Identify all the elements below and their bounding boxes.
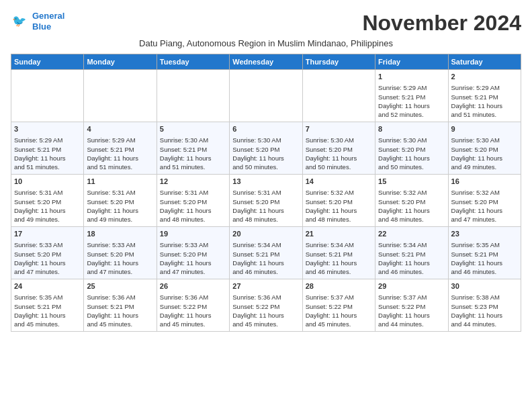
day-info: and 46 minutes. <box>306 267 372 276</box>
week-row-3: 10Sunrise: 5:31 AMSunset: 5:20 PMDayligh… <box>11 175 521 227</box>
day-number: 18 <box>87 229 153 239</box>
day-info: and 51 minutes. <box>451 110 518 119</box>
day-number: 9 <box>451 124 518 134</box>
day-number: 20 <box>232 229 299 239</box>
day-cell-11: 11Sunrise: 5:31 AMSunset: 5:20 PMDayligh… <box>84 175 157 227</box>
svg-text:🐦: 🐦 <box>12 13 27 28</box>
day-info: Sunrise: 5:31 AM <box>232 188 299 197</box>
day-info: Daylight: 11 hours <box>378 154 445 163</box>
day-info: Sunset: 5:20 PM <box>306 145 372 154</box>
day-number: 17 <box>14 229 81 239</box>
day-info: Sunrise: 5:37 AM <box>306 293 372 302</box>
day-info: Daylight: 11 hours <box>14 259 81 267</box>
day-info: Sunrise: 5:29 AM <box>451 83 518 92</box>
day-info: and 50 minutes. <box>232 163 299 171</box>
day-info: and 49 minutes. <box>14 215 81 224</box>
day-number: 4 <box>87 124 153 134</box>
day-info: Daylight: 11 hours <box>378 311 445 320</box>
day-info: and 45 minutes. <box>306 320 372 328</box>
day-info: Sunrise: 5:29 AM <box>14 136 81 144</box>
day-info: Sunset: 5:20 PM <box>451 197 518 206</box>
day-info: Daylight: 11 hours <box>451 259 518 267</box>
day-info: Daylight: 11 hours <box>451 311 518 320</box>
day-info: and 48 minutes. <box>378 215 445 224</box>
day-info: Daylight: 11 hours <box>87 154 153 163</box>
day-info: Sunrise: 5:32 AM <box>306 188 372 197</box>
day-number: 29 <box>378 281 445 291</box>
day-info: Daylight: 11 hours <box>87 259 153 267</box>
day-number: 6 <box>232 124 299 134</box>
day-number: 2 <box>451 72 518 82</box>
day-info: Daylight: 11 hours <box>378 101 445 110</box>
day-cell-14: 14Sunrise: 5:32 AMSunset: 5:20 PMDayligh… <box>302 175 375 227</box>
day-info: Sunset: 5:21 PM <box>160 145 226 154</box>
day-info: and 46 minutes. <box>232 267 299 276</box>
day-number: 19 <box>160 229 226 239</box>
day-cell-13: 13Sunrise: 5:31 AMSunset: 5:20 PMDayligh… <box>230 175 302 227</box>
page-header: 🐦 General Blue November 2024 <box>11 11 521 36</box>
day-info: Sunrise: 5:36 AM <box>232 293 299 302</box>
day-cell-8: 8Sunrise: 5:30 AMSunset: 5:20 PMDaylight… <box>375 122 448 175</box>
day-info: Daylight: 11 hours <box>306 154 372 163</box>
day-number: 11 <box>87 177 153 187</box>
day-info: Sunset: 5:21 PM <box>378 250 445 259</box>
day-info: Sunset: 5:21 PM <box>14 145 81 154</box>
day-info: Sunset: 5:21 PM <box>232 250 299 259</box>
day-info: Sunset: 5:20 PM <box>232 197 299 206</box>
day-info: Sunrise: 5:34 AM <box>306 240 372 249</box>
day-info: Daylight: 11 hours <box>306 206 372 215</box>
day-info: and 47 minutes. <box>87 267 153 276</box>
day-info: Sunset: 5:21 PM <box>378 93 445 101</box>
day-cell-4: 4Sunrise: 5:29 AMSunset: 5:21 PMDaylight… <box>84 122 157 175</box>
day-info: Sunrise: 5:36 AM <box>160 293 226 302</box>
empty-cell <box>157 70 229 122</box>
day-info: Daylight: 11 hours <box>14 311 81 320</box>
day-info: Sunrise: 5:32 AM <box>451 188 518 197</box>
day-cell-2: 2Sunrise: 5:29 AMSunset: 5:21 PMDaylight… <box>448 70 521 122</box>
day-info: Sunset: 5:20 PM <box>160 250 226 259</box>
day-info: Sunset: 5:20 PM <box>14 197 81 206</box>
day-info: Sunrise: 5:33 AM <box>87 240 153 249</box>
week-row-4: 17Sunrise: 5:33 AMSunset: 5:20 PMDayligh… <box>11 227 521 279</box>
day-cell-16: 16Sunrise: 5:32 AMSunset: 5:20 PMDayligh… <box>448 175 521 227</box>
logo-text: General Blue <box>32 11 64 32</box>
day-cell-17: 17Sunrise: 5:33 AMSunset: 5:20 PMDayligh… <box>11 227 84 279</box>
day-number: 16 <box>451 177 518 187</box>
day-cell-29: 29Sunrise: 5:37 AMSunset: 5:22 PMDayligh… <box>375 279 448 332</box>
day-info: and 46 minutes. <box>451 267 518 276</box>
day-info: Sunset: 5:20 PM <box>378 197 445 206</box>
day-info: Sunset: 5:20 PM <box>87 250 153 259</box>
day-info: and 48 minutes. <box>306 215 372 224</box>
day-info: Sunset: 5:21 PM <box>14 302 81 311</box>
day-number: 27 <box>232 281 299 291</box>
day-info: Sunrise: 5:35 AM <box>451 240 518 249</box>
day-number: 25 <box>87 281 153 291</box>
day-cell-6: 6Sunrise: 5:30 AMSunset: 5:20 PMDaylight… <box>230 122 302 175</box>
day-number: 15 <box>378 177 445 187</box>
day-cell-3: 3Sunrise: 5:29 AMSunset: 5:21 PMDaylight… <box>11 122 84 175</box>
day-number: 24 <box>14 281 81 291</box>
day-info: Daylight: 11 hours <box>87 206 153 215</box>
day-info: Sunrise: 5:31 AM <box>14 188 81 197</box>
day-info: Sunset: 5:20 PM <box>451 145 518 154</box>
day-info: Sunrise: 5:30 AM <box>306 136 372 144</box>
day-info: Sunset: 5:22 PM <box>232 302 299 311</box>
day-cell-22: 22Sunrise: 5:34 AMSunset: 5:21 PMDayligh… <box>375 227 448 279</box>
empty-cell <box>11 70 84 122</box>
day-info: Sunrise: 5:36 AM <box>87 293 153 302</box>
day-info: Daylight: 11 hours <box>14 206 81 215</box>
day-cell-5: 5Sunrise: 5:30 AMSunset: 5:21 PMDaylight… <box>157 122 229 175</box>
day-info: Sunrise: 5:33 AM <box>160 240 226 249</box>
day-info: Sunset: 5:20 PM <box>232 145 299 154</box>
empty-cell <box>84 70 157 122</box>
day-info: Sunset: 5:21 PM <box>451 93 518 101</box>
day-number: 30 <box>451 281 518 291</box>
day-cell-19: 19Sunrise: 5:33 AMSunset: 5:20 PMDayligh… <box>157 227 229 279</box>
day-info: Sunset: 5:20 PM <box>87 197 153 206</box>
day-number: 10 <box>14 177 81 187</box>
day-cell-24: 24Sunrise: 5:35 AMSunset: 5:21 PMDayligh… <box>11 279 84 332</box>
day-info: and 51 minutes. <box>160 163 226 171</box>
day-info: Sunrise: 5:30 AM <box>232 136 299 144</box>
day-info: Daylight: 11 hours <box>232 206 299 215</box>
day-cell-28: 28Sunrise: 5:37 AMSunset: 5:22 PMDayligh… <box>302 279 375 332</box>
